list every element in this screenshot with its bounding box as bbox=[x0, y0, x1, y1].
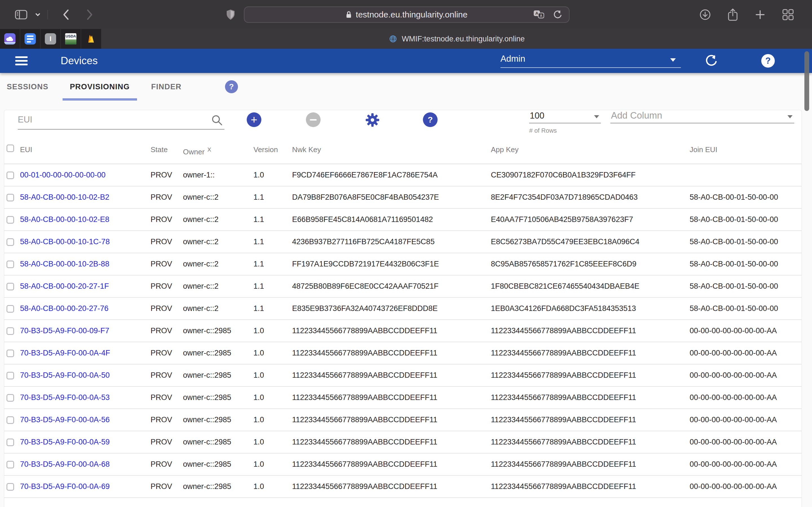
tabs-help-button[interactable]: ? bbox=[225, 80, 238, 93]
back-button[interactable] bbox=[60, 9, 72, 20]
add-device-button[interactable]: + bbox=[247, 112, 261, 127]
cell-version: 1.0 bbox=[253, 342, 264, 364]
add-column-select[interactable]: Add Column bbox=[610, 110, 794, 123]
cell-nwk-key: 4236B937B277116FB725CA4187FE5C85 bbox=[292, 231, 435, 253]
column-header-app-key[interactable]: App Key bbox=[491, 138, 518, 164]
row-checkbox[interactable] bbox=[6, 172, 14, 179]
cell-eui-link[interactable]: 70-B3-D5-A9-F0-00-0A-53 bbox=[20, 387, 110, 409]
docs-icon bbox=[24, 33, 36, 45]
page-scrollbar[interactable] bbox=[804, 51, 809, 111]
translate-button[interactable]: A A bbox=[531, 10, 546, 19]
pinned-tab-i[interactable]: I bbox=[41, 29, 61, 49]
filter-help-button[interactable]: ? bbox=[423, 112, 438, 127]
tab-overview-button[interactable] bbox=[780, 9, 796, 20]
rows-per-page-select[interactable]: 100 bbox=[529, 110, 601, 123]
url-text: testnode.eu.thingularity.online bbox=[356, 10, 467, 19]
cell-nwk-key: 112233445566778899AABBCCDDEEFF11 bbox=[292, 409, 437, 431]
cell-eui-link[interactable]: 70-B3-D5-A9-F0-00-0A-59 bbox=[20, 431, 110, 453]
cell-eui-link[interactable]: 00-01-00-00-00-00-00-00 bbox=[20, 164, 105, 186]
cell-eui-link[interactable]: 58-A0-CB-00-00-10-2B-88 bbox=[20, 253, 109, 276]
tab-provisioning[interactable]: PROVISIONING bbox=[63, 73, 137, 101]
cell-eui-link[interactable]: 58-A0-CB-00-00-20-27-1F bbox=[20, 276, 109, 298]
row-checkbox[interactable] bbox=[6, 327, 14, 335]
reload-button[interactable] bbox=[551, 10, 564, 19]
row-checkbox[interactable] bbox=[6, 439, 14, 446]
column-header-join-eui[interactable]: Join EUI bbox=[690, 138, 717, 164]
cell-eui-link[interactable]: 58-A0-CB-00-00-10-1C-78 bbox=[20, 231, 110, 253]
role-select[interactable]: Admin bbox=[500, 52, 681, 68]
sidebar-chevron-button[interactable] bbox=[33, 13, 43, 17]
header-help-button[interactable]: ? bbox=[761, 54, 775, 68]
cell-eui-link[interactable]: 70-B3-D5-A9-F0-00-09-F7 bbox=[20, 320, 109, 342]
row-checkbox[interactable] bbox=[6, 283, 14, 290]
forward-button[interactable] bbox=[84, 9, 96, 20]
cell-nwk-key: FF197A1E9CCDB721917E4432B06C3F1E bbox=[292, 253, 439, 276]
new-tab-button[interactable] bbox=[752, 9, 768, 20]
tab-grid-icon bbox=[782, 9, 794, 20]
row-checkbox[interactable] bbox=[6, 416, 14, 424]
section-tabs: SESSIONS PROVISIONING FINDER ? bbox=[0, 73, 812, 101]
row-checkbox[interactable] bbox=[6, 349, 14, 357]
share-button[interactable] bbox=[725, 8, 741, 21]
cell-app-key: 112233445566778899AABBCCDDEEFF11 bbox=[491, 320, 636, 342]
minus-icon bbox=[310, 119, 317, 121]
row-checkbox[interactable] bbox=[6, 461, 14, 468]
row-checkbox[interactable] bbox=[6, 238, 14, 246]
row-checkbox[interactable] bbox=[6, 394, 14, 402]
cell-eui-link[interactable]: 70-B3-D5-A9-F0-00-0A-4F bbox=[20, 342, 110, 364]
menu-button[interactable] bbox=[15, 55, 28, 66]
column-header-owner[interactable]: OwnerX bbox=[183, 138, 211, 164]
cell-eui-link[interactable]: 70-B3-D5-A9-F0-00-0A-56 bbox=[20, 409, 110, 431]
download-icon bbox=[699, 9, 711, 20]
cell-app-key: 112233445566778899AABBCCDDEEFF11 bbox=[491, 342, 636, 364]
owner-sort-marker[interactable]: X bbox=[207, 147, 211, 153]
row-checkbox[interactable] bbox=[6, 372, 14, 379]
row-checkbox[interactable] bbox=[6, 194, 14, 202]
search-icon[interactable] bbox=[211, 114, 223, 126]
address-bar[interactable]: testnode.eu.thingularity.online A A bbox=[244, 6, 569, 23]
cell-eui-link[interactable]: 58-A0-CB-00-00-10-02-B2 bbox=[20, 186, 109, 209]
column-header-version[interactable]: Version bbox=[253, 138, 278, 164]
tab-sessions[interactable]: SESSIONS bbox=[7, 73, 56, 101]
pinned-tab-docs[interactable] bbox=[20, 29, 41, 49]
pinned-tab-usda[interactable]: USDA bbox=[61, 29, 81, 49]
remove-device-button[interactable] bbox=[306, 112, 320, 127]
cell-nwk-key: DA79B8F2B076A8F5E0C8F4BAB054237E bbox=[292, 186, 439, 209]
cell-eui-link[interactable]: 58-A0-CB-00-00-10-02-E8 bbox=[20, 209, 109, 231]
cell-state: PROV bbox=[151, 164, 172, 186]
column-header-nwk-key[interactable]: Nwk Key bbox=[292, 138, 321, 164]
column-header-eui[interactable]: EUI bbox=[20, 138, 32, 164]
downloads-button[interactable] bbox=[697, 9, 713, 20]
cell-eui-link[interactable]: 58-A0-CB-00-00-20-27-76 bbox=[20, 298, 109, 320]
row-checkbox[interactable] bbox=[6, 483, 14, 491]
cell-version: 1.0 bbox=[253, 320, 264, 342]
privacy-shield-button[interactable] bbox=[223, 9, 238, 20]
cell-state: PROV bbox=[151, 409, 172, 431]
select-all-checkbox[interactable] bbox=[6, 145, 14, 152]
cell-eui-link[interactable]: 70-B3-D5-A9-F0-00-0A-68 bbox=[20, 453, 110, 476]
cell-join-eui: 00-00-00-00-00-00-00-AA bbox=[690, 409, 777, 431]
cell-join-eui: 00-00-00-00-00-00-00-AA bbox=[690, 364, 777, 387]
row-checkbox[interactable] bbox=[6, 305, 14, 313]
active-browser-tab[interactable]: WMIF:testnode.eu.thingularity.online bbox=[101, 29, 812, 49]
refresh-button[interactable] bbox=[705, 54, 717, 68]
pinned-tab-cloud[interactable] bbox=[0, 29, 20, 49]
cell-eui-link[interactable]: 70-B3-D5-A9-F0-00-0A-50 bbox=[20, 364, 110, 387]
sidebar-toggle-button[interactable] bbox=[12, 9, 30, 20]
cell-owner: owner-c::2985 bbox=[183, 453, 231, 476]
table-body: 00-01-00-00-00-00-00-00 PROV owner-1:: 1… bbox=[4, 164, 802, 507]
tab-finder[interactable]: FINDER bbox=[144, 73, 189, 101]
rows-per-page-helper: # of Rows bbox=[529, 127, 557, 134]
cell-join-eui: 58-A0-CB-00-01-50-00-00 bbox=[690, 209, 778, 231]
shield-icon bbox=[226, 9, 236, 20]
translate-icon: A A bbox=[534, 10, 544, 19]
settings-button[interactable] bbox=[365, 113, 379, 127]
eui-search-input[interactable] bbox=[18, 110, 224, 129]
pinned-tab-firebase[interactable] bbox=[81, 29, 101, 49]
table-row: 58-A0-CB-00-00-20-27-1F PROV owner-c::2 … bbox=[4, 276, 802, 298]
column-header-state[interactable]: State bbox=[151, 138, 168, 164]
row-checkbox[interactable] bbox=[6, 216, 14, 224]
row-checkbox[interactable] bbox=[6, 261, 14, 268]
cell-nwk-key: 112233445566778899AABBCCDDEEFF11 bbox=[292, 431, 437, 453]
cell-eui-link[interactable]: 70-B3-D5-A9-F0-00-0A-69 bbox=[20, 476, 110, 498]
